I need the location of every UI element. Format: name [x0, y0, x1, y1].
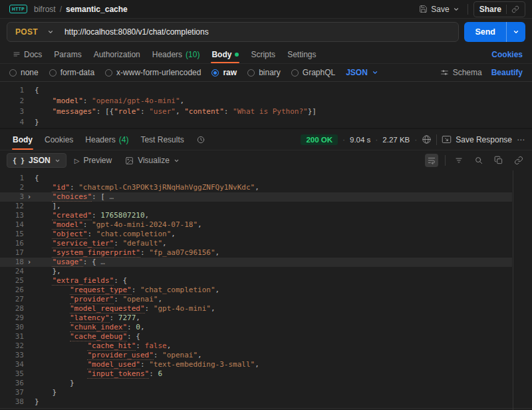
status-badge[interactable]: 200 OK [301, 134, 338, 145]
code-line[interactable]: 3›"choices": [ … [0, 192, 512, 202]
code-line[interactable]: 35"input_tokens": 6 [0, 369, 512, 379]
url-box: POST [7, 22, 459, 42]
tab-body[interactable]: Body [205, 45, 245, 63]
line-number: 29 [0, 313, 24, 323]
response-tab-test-results[interactable]: Test Results [134, 129, 190, 150]
mode-x-www-form-urlencoded[interactable]: x-www-form-urlencoded [105, 68, 201, 77]
url-input[interactable] [62, 23, 459, 41]
mode-row-right: Schema Beautify [440, 68, 523, 77]
code-line[interactable]: 1{ [0, 85, 532, 96]
code-line[interactable]: 15"object": "chat.completion", [0, 230, 512, 239]
code-line[interactable]: 2"id": "chatcmpl-Cn3POKt3jRNqHahVggZNFQy… [0, 183, 512, 192]
code-content: "cache_debug": { [35, 332, 512, 341]
code-line[interactable]: 1{ [0, 174, 512, 183]
share-button[interactable]: Share [473, 1, 525, 17]
raw-type-dropdown[interactable]: JSON [346, 68, 378, 77]
line-number: 3 [0, 192, 24, 202]
mode-graphql[interactable]: GraphQL [291, 68, 335, 77]
code-line[interactable]: 33"provider_used": "openai", [0, 351, 512, 360]
code-line[interactable]: 32"cache_hit": false, [0, 341, 512, 351]
share-link-icon[interactable] [511, 5, 519, 13]
save-button[interactable]: Save [416, 3, 462, 16]
method-selector[interactable]: POST [7, 23, 62, 41]
code-line[interactable]: 34"model_used": "text-embedding-3-small"… [0, 360, 512, 369]
mode-none[interactable]: none [9, 68, 39, 77]
code-line[interactable]: 31"cache_debug": { [0, 332, 512, 341]
schema-button[interactable]: Schema [440, 68, 482, 77]
code-line[interactable]: 27"provider": "openai", [0, 295, 512, 304]
code-line[interactable]: 13"created": 1765807210, [0, 211, 512, 220]
code-line[interactable]: 28"model_requested": "gpt-4o-mini", [0, 304, 512, 313]
link-icon[interactable] [512, 154, 525, 167]
visualize-image-icon [125, 156, 134, 165]
code-token: : [224, 107, 233, 116]
response-time[interactable]: 9.04 s [350, 136, 370, 144]
mode-form-data[interactable]: form-data [49, 68, 94, 77]
code-line[interactable]: 16"service_tier": "default", [0, 239, 512, 248]
code-line[interactable]: 25"extra_fields": { [0, 276, 512, 286]
wrap-text-toggle[interactable] [425, 154, 438, 167]
code-line[interactable]: 14"model": "gpt-4o-mini-2024-07-18", [0, 220, 512, 230]
response-tab-body[interactable]: Body [7, 129, 39, 150]
tab-scripts[interactable]: Scripts [245, 45, 281, 63]
response-body-editor[interactable]: 1{2"id": "chatcmpl-Cn3POKt3jRNqHahVggZNF… [0, 170, 532, 410]
code-line[interactable]: 38} [0, 397, 512, 407]
code-line[interactable]: 2"model": "openai/gpt-4o-mini", [0, 96, 532, 106]
send-dropdown-chevron-icon[interactable] [506, 22, 525, 42]
line-number: 16 [0, 239, 24, 248]
code-line[interactable]: 24}, [0, 267, 512, 276]
search-icon[interactable] [472, 154, 485, 167]
code-line[interactable]: 18›"usage": { … [0, 258, 512, 267]
breadcrumb-request-name[interactable]: semantic_cache [66, 5, 128, 14]
response-tab-headers[interactable]: Headers (4) [79, 129, 134, 150]
code-line[interactable]: 29"latency": 7277, [0, 313, 512, 323]
code-token: "input_tokens" [87, 369, 149, 379]
beautify-button[interactable]: Beautify [491, 68, 523, 77]
tab-authorization[interactable]: Authorization [88, 45, 146, 63]
breadcrumb-collection[interactable]: bifrost [34, 5, 56, 14]
response-history-button[interactable] [190, 129, 211, 150]
code-line[interactable]: 37} [0, 388, 512, 397]
filter-icon[interactable] [452, 154, 466, 167]
tab-settings[interactable]: Settings [281, 45, 322, 63]
response-size[interactable]: 2.27 KB [382, 136, 410, 144]
code-token: ], [52, 202, 61, 210]
save-dropdown-chevron-icon[interactable] [453, 6, 460, 13]
send-button[interactable]: Send [464, 22, 525, 42]
network-globe-icon[interactable] [422, 134, 432, 144]
cookies-link[interactable]: Cookies [491, 50, 525, 59]
code-line[interactable]: 36} [0, 379, 512, 388]
line-number: 27 [0, 295, 24, 304]
visualize-chevron-icon[interactable] [174, 158, 180, 164]
preview-button[interactable]: ▷ Preview [69, 154, 117, 167]
code-line[interactable]: 12], [0, 202, 512, 211]
collapse-chevron-icon[interactable]: › [24, 258, 35, 267]
response-format-dropdown[interactable]: { } JSON [7, 153, 66, 168]
more-actions-icon[interactable]: ⋯ [517, 135, 525, 144]
collapse-chevron-icon[interactable]: › [24, 192, 35, 202]
code-line[interactable]: 4} [0, 117, 532, 128]
code-line[interactable]: 30"chunk_index": 0, [0, 323, 512, 332]
copy-icon[interactable] [492, 154, 505, 167]
tab-params[interactable]: Params [48, 45, 87, 63]
tab-headers[interactable]: Headers (10) [146, 45, 206, 63]
code-token: , [158, 295, 162, 304]
response-tab-cookies[interactable]: Cookies [39, 129, 79, 150]
save-response-button[interactable]: Save Response [442, 135, 512, 144]
visualize-button[interactable]: Visualize [120, 154, 185, 167]
code-line[interactable]: 3"messages": [{"role": "user", "content"… [0, 106, 532, 117]
tab-label: Settings [287, 50, 316, 59]
code-token: "chat_completion" [140, 286, 215, 294]
radio-icon [247, 69, 255, 77]
mode-raw[interactable]: raw [211, 68, 237, 77]
tab-docs[interactable]: Docs [7, 45, 48, 63]
code-token: : [87, 230, 96, 238]
request-body-editor[interactable]: 1{2"model": "openai/gpt-4o-mini",3"messa… [0, 81, 532, 128]
code-line[interactable]: 17"system_fingerprint": "fp_aa07c96156", [0, 248, 512, 258]
tab-label: Body [13, 135, 33, 144]
code-line[interactable]: 26"request_type": "chat_completion", [0, 286, 512, 295]
divider [506, 5, 507, 14]
line-number: 28 [0, 304, 24, 313]
code-token: : [140, 248, 149, 257]
mode-binary[interactable]: binary [247, 68, 281, 77]
